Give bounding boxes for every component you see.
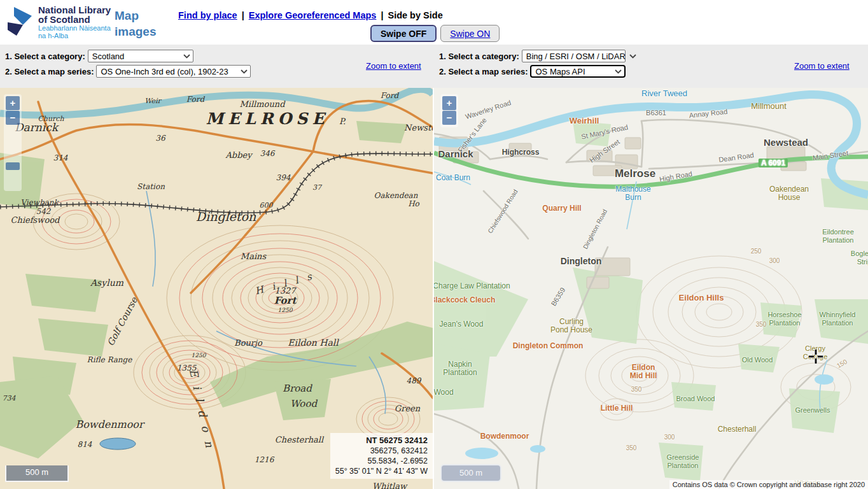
logo-gaelic1: Leabharlann Nàiseanta <box>38 24 111 32</box>
map-label: Viewbank <box>20 198 59 207</box>
map-label: 1355 <box>177 364 197 372</box>
coordinates-readout: NT 56275 32412 356275, 632412 55.5834, -… <box>330 433 433 479</box>
nav-explore-georeferenced-maps[interactable]: Explore Georeferenced Maps <box>249 10 377 20</box>
map-label: 489 <box>407 376 421 385</box>
map-label: Melrose <box>615 167 655 180</box>
map-label: Cottage <box>803 353 828 360</box>
map-label: Chiefswood <box>11 215 60 225</box>
left-category-select[interactable]: Scotland <box>88 50 193 62</box>
swipe-off-button[interactable]: Swipe OFF <box>370 25 437 42</box>
zoom-slider-track[interactable] <box>6 125 20 189</box>
logo-line2: of Scotland <box>38 15 111 24</box>
map-label: Plantation <box>668 462 699 469</box>
map-label: Plantation <box>443 368 477 377</box>
map-label: Abbey <box>225 150 251 160</box>
map-label: 150 <box>836 358 848 369</box>
map-label: Chiefswood Road <box>486 188 519 235</box>
map-label: Old Wood <box>742 356 773 364</box>
map-label: Dingleton Common <box>513 341 584 350</box>
map-label: Millmound <box>239 99 284 109</box>
map-label: Station <box>137 182 165 191</box>
map-label: 350 <box>626 444 637 451</box>
lat-lon: 55.5834, -2.6952 <box>335 456 428 466</box>
map-label: 300 <box>769 257 780 264</box>
right-scale-bar: 500 m <box>440 464 501 482</box>
map-label: Dingleton <box>561 256 602 266</box>
right-zoom-to-extent-link[interactable]: Zoom to extent <box>794 61 850 71</box>
right-map-modern[interactable]: River TweedWaverley RoadB6361Annay RoadM… <box>434 88 868 489</box>
map-label: 346 <box>260 149 275 158</box>
map-label: 814 <box>78 440 92 449</box>
map-label: Curling <box>559 317 584 326</box>
map-label: Millmount <box>751 101 787 111</box>
map-label: 300 <box>664 434 675 441</box>
map-label: 734 <box>3 394 16 402</box>
map-label: House <box>778 193 801 202</box>
easting-northing: 356275, 632412 <box>335 446 428 456</box>
map-label: 1327 <box>274 286 295 295</box>
map-label: Eildon Hills <box>679 293 724 302</box>
map-label: B6361 <box>646 109 666 117</box>
map-label: Church <box>38 115 64 123</box>
zoom-in-button[interactable]: + <box>442 96 456 110</box>
right-series-label: 2. Select a map series: <box>439 67 528 76</box>
map-label: B6359 <box>549 286 566 307</box>
map-label: Rifle Range <box>87 355 132 364</box>
nls-logo-text: National Library of Scotland Leabharlann… <box>38 5 111 39</box>
map-label: Dingleton <box>196 209 256 223</box>
map-label: Malthouse <box>615 185 650 194</box>
swipe-on-button[interactable]: Swipe ON <box>440 25 500 42</box>
map-label: Newstead <box>404 123 433 132</box>
map-label: 394 <box>276 173 291 182</box>
left-series-select[interactable]: OS One-Inch 3rd ed (col), 1902-23 <box>96 65 251 78</box>
nav-current-side-by-side: Side by Side <box>388 10 442 20</box>
map-label: Pond House <box>550 325 592 334</box>
left-zoom-to-extent-link[interactable]: Zoom to extent <box>366 61 421 71</box>
map-label: Darnick <box>438 148 473 159</box>
map-label: Mains <box>241 252 266 261</box>
map-label: Strip <box>857 258 868 266</box>
map-label: Green <box>395 404 420 413</box>
left-map-labels: DarnickMELROSEMillmoundWeirFordFordChurc… <box>0 88 433 489</box>
right-category-select[interactable]: Bing / ESRI / OSM / LiDAR <box>522 50 626 62</box>
map-label: Broad <box>283 383 312 394</box>
map-label: 37 <box>312 183 321 192</box>
map-label: Ho <box>408 199 419 208</box>
nav-find-by-place[interactable]: Find by place <box>178 10 237 20</box>
grid-reference: NT 56275 32412 <box>335 436 428 446</box>
swipe-toggle-group: Swipe OFF Swipe ON <box>370 25 500 42</box>
map-label: 542 <box>36 207 51 216</box>
map-label: 36 <box>155 134 165 143</box>
map-label: Annay Road <box>689 108 727 119</box>
logo-line1: National Library <box>38 5 111 15</box>
map-label: Chesterhall <box>718 425 757 434</box>
map-label: Whitlaw <box>372 481 407 489</box>
left-zoom-control: + − <box>4 94 22 191</box>
map-label: Dingleton Road <box>582 208 608 250</box>
map-label: Newstead <box>764 137 808 148</box>
zoom-out-button[interactable]: − <box>442 111 456 125</box>
map-label: A 6091 <box>759 159 788 167</box>
map-label: Quarry Hill <box>542 204 581 213</box>
nav-separator: | <box>381 10 383 20</box>
map-label: Wood <box>290 398 317 409</box>
map-label: Waverley Road <box>465 99 512 121</box>
zoom-in-button[interactable]: + <box>6 96 20 110</box>
chevron-down-icon <box>629 54 636 59</box>
site-title: Map images <box>115 8 156 39</box>
zoom-out-button[interactable]: − <box>6 111 20 125</box>
map-label: Ford <box>381 91 398 100</box>
map-label: Bourjo <box>234 338 262 348</box>
zoom-slider-handle[interactable] <box>6 162 20 170</box>
map-label: Fort <box>274 295 297 306</box>
right-series-select[interactable]: OS Maps API <box>530 65 626 78</box>
left-map-historical[interactable]: DarnickMELROSEMillmoundWeirFordFordChurc… <box>0 88 433 489</box>
map-label: Eildon <box>632 363 655 372</box>
logo-gaelic2: na h-Alba <box>38 32 111 39</box>
map-attribution: Contains OS data © Crown copyright and d… <box>669 480 868 489</box>
map-label: Mid Hill <box>630 371 657 380</box>
map-label: Main Street <box>812 149 848 162</box>
map-label: Oakendean <box>374 191 418 200</box>
map-label: 314 <box>53 153 68 162</box>
nls-logo[interactable]: National Library of Scotland Leabharlann… <box>6 5 111 39</box>
